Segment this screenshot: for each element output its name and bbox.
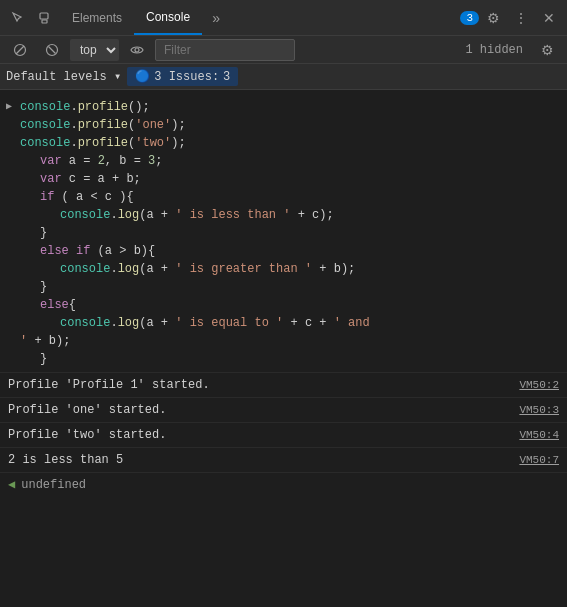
output-source-1[interactable]: VM50:2 <box>519 376 559 394</box>
more-tabs-icon[interactable]: » <box>202 4 230 32</box>
settings-icon[interactable]: ⚙ <box>479 4 507 32</box>
issues-label: 3 Issues: <box>154 70 219 84</box>
svg-line-3 <box>16 46 24 54</box>
console-settings-icon[interactable]: ⚙ <box>533 36 561 64</box>
clear-console-icon[interactable] <box>6 36 34 64</box>
filter-input[interactable] <box>155 39 295 61</box>
issues-badge[interactable]: 🔵 3 Issues: 3 <box>127 67 238 86</box>
more-options-icon[interactable]: ⋮ <box>507 4 535 32</box>
expand-arrow-icon[interactable]: ▶ <box>6 98 12 116</box>
code-line-14: } <box>20 350 559 368</box>
svg-point-6 <box>135 48 139 52</box>
output-msg-4: 2 is less than 5 <box>8 451 123 469</box>
output-row-1: Profile 'Profile 1' started. VM50:2 <box>0 373 567 398</box>
eye-icon[interactable] <box>123 36 151 64</box>
code-line-4: var a = 2, b = 3; <box>20 152 559 170</box>
output-source-4[interactable]: VM50:7 <box>519 451 559 469</box>
tab-elements[interactable]: Elements <box>60 0 134 35</box>
tab-console[interactable]: Console <box>134 0 202 35</box>
code-block: ▶ console.profile(); console.profile('on… <box>0 94 567 373</box>
notification-badge: 3 <box>460 11 479 25</box>
console-area: ▶ console.profile(); console.profile('on… <box>0 90 567 607</box>
code-line-9: else if (a > b){ <box>20 242 559 260</box>
output-row-4: 2 is less than 5 VM50:7 <box>0 448 567 473</box>
code-line-13: console.log(a + ' is equal to ' + c + ' … <box>20 314 559 332</box>
code-line-7: console.log(a + ' is less than ' + c); <box>20 206 559 224</box>
svg-rect-1 <box>42 20 47 23</box>
inspect-icon[interactable] <box>4 4 32 32</box>
hidden-count: 1 hidden <box>465 43 523 57</box>
default-levels-dropdown[interactable]: Default levels ▾ <box>6 69 121 84</box>
second-toolbar: top 1 hidden ⚙ <box>0 36 567 64</box>
svg-line-5 <box>49 46 56 53</box>
code-line-5: var c = a + b; <box>20 170 559 188</box>
code-line-13b: ' + b); <box>20 332 559 350</box>
code-line-6: if ( a < c ){ <box>20 188 559 206</box>
close-icon[interactable]: ✕ <box>535 4 563 32</box>
output-source-2[interactable]: VM50:3 <box>519 401 559 419</box>
code-line-10: console.log(a + ' is greater than ' + b)… <box>20 260 559 278</box>
output-msg-1: Profile 'Profile 1' started. <box>8 376 210 394</box>
undefined-value: undefined <box>21 478 86 492</box>
code-line-2: console.profile('one'); <box>20 116 559 134</box>
code-line-8: } <box>20 224 559 242</box>
result-arrow-icon: ◀ <box>8 477 15 492</box>
third-toolbar: Default levels ▾ 🔵 3 Issues: 3 <box>0 64 567 90</box>
issues-count: 3 <box>223 70 230 84</box>
code-line-12: else{ <box>20 296 559 314</box>
undefined-row: ◀ undefined <box>0 473 567 496</box>
chevron-down-icon: ▾ <box>114 70 121 84</box>
output-msg-3: Profile 'two' started. <box>8 426 166 444</box>
ban-icon[interactable] <box>38 36 66 64</box>
issues-icon: 🔵 <box>135 69 150 84</box>
device-icon[interactable] <box>32 4 60 32</box>
output-row-3: Profile 'two' started. VM50:4 <box>0 423 567 448</box>
code-line-1: console.profile(); <box>20 98 559 116</box>
top-toolbar: Elements Console » 3 ⚙ ⋮ ✕ <box>0 0 567 36</box>
code-line-3: console.profile('two'); <box>20 134 559 152</box>
code-line-11: } <box>20 278 559 296</box>
svg-rect-0 <box>40 13 48 19</box>
output-source-3[interactable]: VM50:4 <box>519 426 559 444</box>
context-selector[interactable]: top <box>70 39 119 61</box>
output-msg-2: Profile 'one' started. <box>8 401 166 419</box>
output-row-2: Profile 'one' started. VM50:3 <box>0 398 567 423</box>
